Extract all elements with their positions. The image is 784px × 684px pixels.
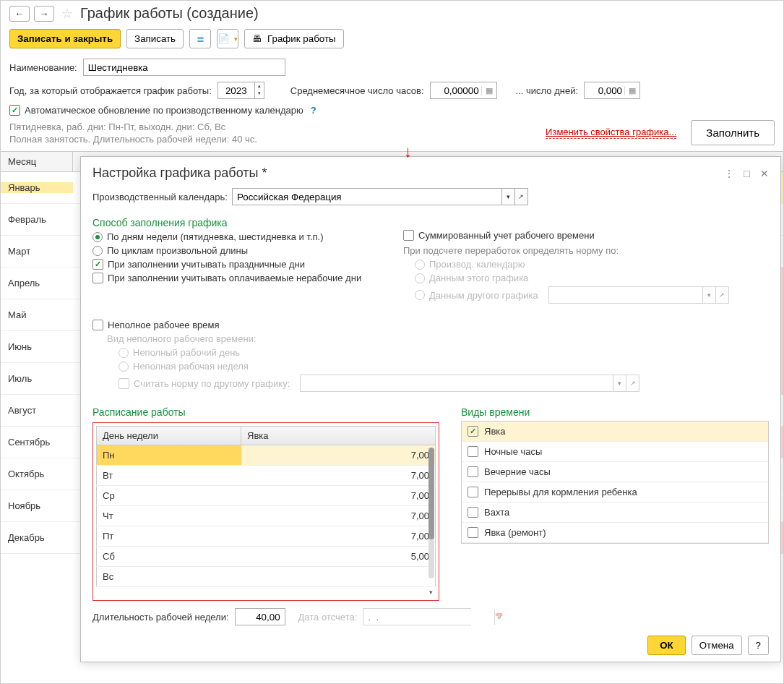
auto-update-checkbox[interactable]: ✓	[9, 105, 20, 116]
schedule-table[interactable]: День недели Явка Пн7,00Вт7,00Ср7,00Чт7,0…	[96, 426, 436, 587]
year-input[interactable]	[218, 82, 254, 98]
year-down-icon[interactable]: ▼	[255, 90, 264, 97]
year-label: Год, за который отображается график рабо…	[9, 85, 212, 96]
fill-button[interactable]: Заполнить	[691, 120, 775, 145]
avg-hours-label: Среднемесячное число часов:	[290, 85, 424, 96]
cb-consider-paid-nonwork[interactable]: ✓	[92, 273, 103, 283]
avg-days-field[interactable]: ▦	[584, 82, 640, 99]
parttime-type-label: Вид неполного рабочего времени:	[107, 333, 769, 344]
auto-update-label: Автоматическое обновление по производств…	[25, 105, 303, 116]
time-type-checkbox[interactable]: ✓	[468, 527, 478, 538]
month-cell: Февраль	[1, 214, 73, 225]
time-type-checkbox[interactable]: ✓	[468, 446, 478, 457]
table-row[interactable]: Сб5,00	[97, 547, 436, 567]
time-type-label: Явка	[484, 426, 506, 437]
table-row[interactable]: Вт7,00	[97, 466, 436, 486]
calendar-lookup[interactable]: ▾ ↗	[232, 188, 528, 205]
name-input[interactable]	[83, 59, 285, 76]
day-name-cell: Пн	[97, 445, 241, 466]
print-schedule-button[interactable]: График работы	[244, 29, 344, 48]
time-type-label: Явка (ремонт)	[484, 527, 546, 538]
more-icon[interactable]: ⋮	[724, 168, 734, 179]
cb-norm-by-other: ✓	[119, 378, 129, 389]
day-value-cell[interactable]: 5,00	[241, 547, 436, 567]
overtime-norm-label: При подсчете переработок определять норм…	[403, 245, 769, 256]
day-value-cell[interactable]: 7,00	[241, 445, 436, 466]
day-name-cell: Вт	[97, 466, 241, 486]
time-type-row[interactable]: ✓Вахта	[462, 503, 768, 523]
avg-hours-field[interactable]: ▦	[430, 82, 497, 99]
table-row[interactable]: Пн7,00	[97, 445, 436, 466]
cb-parttime[interactable]: ✓	[92, 320, 103, 330]
table-row[interactable]: Пт7,00	[97, 526, 436, 547]
save-and-close-button[interactable]: Записать и закрыть	[9, 29, 121, 48]
cancel-button[interactable]: Отмена	[692, 636, 742, 655]
maximize-icon[interactable]: □	[744, 168, 750, 179]
radio-norm-other-sched	[415, 290, 425, 300]
col-day-header[interactable]: День недели	[97, 427, 241, 445]
summary-line2: Полная занятость. Длительность рабочей н…	[9, 134, 257, 145]
summary-line1: Пятидневка, раб. дни: Пн-Пт, выходн. дни…	[9, 121, 257, 132]
time-type-row[interactable]: ✓Явка	[462, 422, 768, 442]
radio-short-day	[119, 348, 129, 358]
table-row[interactable]: Вс	[97, 567, 436, 587]
calculator-icon[interactable]: ▦	[624, 86, 639, 95]
time-type-label: Перерывы для кормления ребенка	[484, 487, 637, 497]
month-cell: Май	[1, 309, 73, 320]
nav-back-button[interactable]: ←	[9, 6, 30, 22]
time-type-checkbox[interactable]: ✓	[468, 487, 478, 497]
month-cell: Август	[1, 405, 73, 416]
open-icon[interactable]: ↗	[514, 189, 527, 205]
start-date-label: Дата отсчета:	[298, 612, 358, 623]
day-value-cell[interactable]: 7,00	[241, 466, 436, 486]
table-row[interactable]: Чт7,00	[97, 506, 436, 526]
time-type-row[interactable]: ✓Вечерние часы	[462, 462, 768, 482]
time-type-row[interactable]: ✓Ночные часы	[462, 442, 768, 462]
change-schedule-props-link[interactable]: Изменить свойства графика...	[546, 127, 676, 139]
month-cell: Октябрь	[1, 469, 73, 479]
schedule-table-heading: Расписание работы	[92, 406, 439, 418]
radio-by-cycles[interactable]	[92, 246, 103, 256]
week-length-label: Длительность рабочей недели:	[92, 612, 229, 623]
dropdown-icon: ▾	[613, 375, 626, 391]
help-icon[interactable]: ?	[311, 105, 316, 116]
ok-button[interactable]: ОК	[647, 636, 686, 655]
year-spinner[interactable]: ▲▼	[217, 82, 264, 99]
time-type-checkbox[interactable]: ✓	[468, 507, 478, 518]
calculator-icon[interactable]: ▦	[481, 86, 496, 95]
cb-consider-holidays[interactable]: ✓	[92, 259, 103, 270]
list-view-button[interactable]: ≣	[189, 29, 211, 48]
save-button[interactable]: Записать	[126, 29, 184, 48]
day-value-cell[interactable]: 7,00	[241, 526, 436, 547]
time-type-label: Вечерние часы	[484, 466, 551, 477]
favorite-star-icon[interactable]: ☆	[61, 6, 73, 22]
day-value-cell[interactable]: 7,00	[241, 506, 436, 526]
month-cell: Сентябрь	[1, 437, 73, 448]
help-button[interactable]: ?	[748, 636, 769, 655]
dropdown-icon[interactable]: ▾	[501, 189, 514, 205]
month-cell: Ноябрь	[1, 500, 73, 511]
cb-summarized-time[interactable]: ✓	[403, 230, 414, 241]
time-type-row[interactable]: ✓Перерывы для кормления ребенка	[462, 482, 768, 503]
week-length-input[interactable]	[235, 608, 285, 625]
radio-norm-this-sched	[415, 273, 425, 283]
close-icon[interactable]: ✕	[760, 168, 769, 179]
day-value-cell[interactable]	[241, 567, 436, 587]
year-up-icon[interactable]: ▲	[255, 82, 264, 90]
time-type-row[interactable]: ✓Явка (ремонт)	[462, 523, 768, 543]
table-dropdown-icon[interactable]: ▾	[96, 587, 436, 597]
open-icon: ↗	[626, 375, 639, 391]
radio-by-weekdays[interactable]	[92, 232, 103, 242]
col-attend-header[interactable]: Явка	[241, 427, 436, 445]
time-type-checkbox[interactable]: ✓	[468, 426, 478, 437]
table-scrollbar[interactable]	[428, 448, 434, 578]
radio-short-week	[119, 362, 129, 372]
actions-dropdown-button[interactable]: 📄	[217, 29, 238, 48]
dialog-title: Настройка графика работы *	[92, 166, 267, 181]
other-schedule-lookup: ▾ ↗	[548, 286, 729, 304]
table-row[interactable]: Ср7,00	[97, 486, 436, 506]
day-value-cell[interactable]: 7,00	[241, 486, 436, 506]
time-type-checkbox[interactable]: ✓	[468, 466, 478, 477]
nav-forward-button[interactable]: →	[34, 6, 54, 22]
time-types-list: ✓Явка✓Ночные часы✓Вечерние часы✓Перерывы…	[461, 421, 769, 544]
